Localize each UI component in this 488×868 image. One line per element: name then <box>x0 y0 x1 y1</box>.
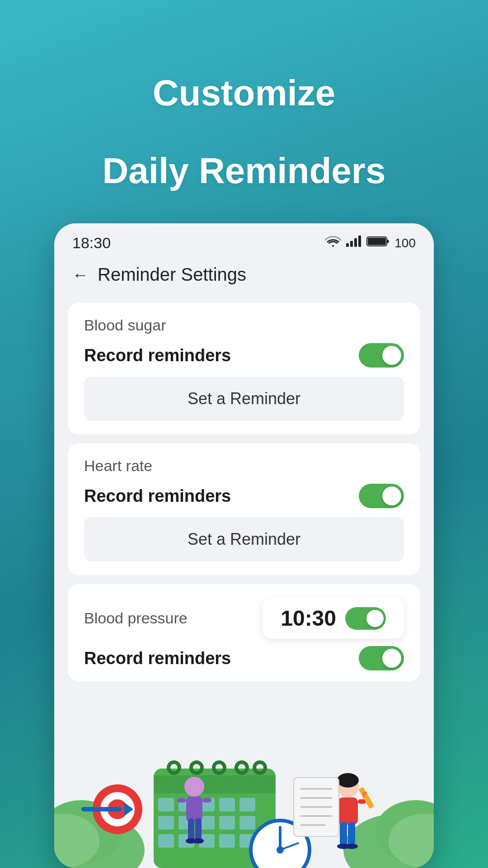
svg-rect-24 <box>158 798 174 811</box>
svg-rect-47 <box>177 798 186 802</box>
svg-point-57 <box>345 844 358 849</box>
svg-point-43 <box>184 777 204 797</box>
phone-mockup: 18:30 <box>54 223 434 868</box>
page-header: Customize Daily Reminders <box>103 0 386 196</box>
svg-rect-29 <box>158 816 174 830</box>
svg-rect-34 <box>158 834 174 848</box>
time-badge: 10:30 <box>263 598 404 639</box>
blood-pressure-time-toggle-knob <box>366 610 384 627</box>
blood-pressure-label: Blood pressure <box>84 609 188 627</box>
settings-content: Blood sugar Record reminders Set a Remin… <box>54 294 434 690</box>
svg-rect-48 <box>202 798 211 802</box>
svg-rect-3 <box>358 236 361 247</box>
svg-rect-27 <box>219 798 235 811</box>
back-button[interactable]: ← <box>72 265 89 284</box>
blood-sugar-toggle-row: Record reminders <box>84 343 404 368</box>
svg-rect-55 <box>348 822 355 845</box>
status-time: 18:30 <box>72 234 111 252</box>
svg-point-20 <box>214 762 225 773</box>
svg-rect-46 <box>195 818 202 841</box>
blood-pressure-toggle-row: Record reminders <box>84 646 404 670</box>
blood-pressure-toggle[interactable] <box>359 646 404 670</box>
status-icons: 100 <box>325 235 416 251</box>
battery-icon <box>366 235 390 251</box>
svg-rect-28 <box>239 798 255 811</box>
svg-point-52 <box>337 773 359 788</box>
heart-rate-toggle-row: Record reminders <box>84 484 404 508</box>
svg-rect-15 <box>81 807 122 811</box>
svg-rect-37 <box>219 834 235 848</box>
signal-icon <box>346 235 362 251</box>
heart-rate-toggle-knob <box>382 486 401 505</box>
svg-rect-59 <box>358 787 374 809</box>
svg-rect-45 <box>188 818 194 841</box>
blood-sugar-toggle-label: Record reminders <box>84 346 231 365</box>
svg-point-50 <box>193 838 204 844</box>
svg-rect-54 <box>340 822 347 845</box>
blood-pressure-header-row: Blood pressure 10:30 <box>84 598 404 639</box>
battery-level: 100 <box>394 236 416 250</box>
svg-rect-44 <box>186 797 202 821</box>
svg-rect-0 <box>346 243 349 247</box>
header-title-line1: Customize <box>103 72 386 114</box>
blood-sugar-label: Blood sugar <box>84 316 404 334</box>
nav-title: Reminder Settings <box>98 264 246 285</box>
svg-point-18 <box>169 762 179 773</box>
svg-point-19 <box>191 762 202 773</box>
blood-pressure-toggle-label: Record reminders <box>84 649 231 668</box>
bottom-illustration <box>54 678 434 868</box>
wifi-icon <box>325 235 341 251</box>
blood-sugar-reminder-button[interactable]: Set a Reminder <box>84 377 404 421</box>
svg-rect-32 <box>219 816 235 830</box>
svg-point-21 <box>236 762 247 773</box>
heart-rate-reminder-button[interactable]: Set a Reminder <box>84 517 404 561</box>
svg-point-22 <box>254 762 265 773</box>
status-bar: 18:30 <box>54 223 434 257</box>
svg-rect-23 <box>154 775 276 793</box>
svg-rect-1 <box>350 241 353 247</box>
heart-rate-toggle-label: Record reminders <box>84 486 231 506</box>
time-value: 10:30 <box>281 606 336 631</box>
svg-rect-33 <box>239 816 255 830</box>
blood-sugar-toggle-knob <box>382 346 401 365</box>
svg-rect-5 <box>368 238 386 245</box>
blood-pressure-toggle-knob <box>382 649 401 668</box>
nav-bar: ← Reminder Settings <box>54 257 434 294</box>
blood-pressure-card: Blood pressure 10:30 Record reminders <box>68 584 420 681</box>
blood-sugar-toggle[interactable] <box>359 343 404 368</box>
heart-rate-card: Heart rate Record reminders Set a Remind… <box>68 443 420 575</box>
header-title-line2: Daily Reminders <box>103 150 386 192</box>
blood-pressure-time-toggle[interactable] <box>345 607 386 630</box>
heart-rate-toggle[interactable] <box>359 484 404 508</box>
heart-rate-label: Heart rate <box>84 457 404 475</box>
svg-rect-53 <box>338 797 358 825</box>
blood-sugar-card: Blood sugar Record reminders Set a Remin… <box>68 303 420 434</box>
svg-rect-2 <box>354 238 357 247</box>
